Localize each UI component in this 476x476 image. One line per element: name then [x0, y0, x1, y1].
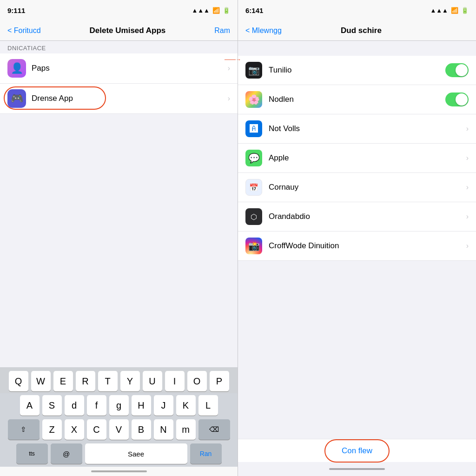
apple-label: Apple — [269, 153, 466, 163]
bottom-circle-annotation — [324, 439, 390, 463]
key-d[interactable]: d — [65, 395, 84, 416]
bottom-action-bar[interactable]: Con flew — [238, 439, 476, 462]
right-nav-bar: < Mlewngg Dud schire — [238, 20, 476, 41]
right-section-spacer — [238, 41, 476, 56]
apple-chevron: › — [466, 154, 469, 162]
key-p[interactable]: P — [210, 371, 229, 391]
croffwode-chevron: › — [466, 242, 469, 250]
croffwode-label: CroffWode Dinuition — [269, 241, 466, 251]
battery-icon: 🔋 — [223, 7, 230, 14]
key-v[interactable]: V — [109, 419, 129, 440]
right-home-bar — [329, 468, 385, 470]
orandabdio-chevron: › — [466, 212, 469, 221]
left-time: 9:111 — [7, 7, 25, 14]
key-j[interactable]: J — [154, 395, 173, 416]
key-space[interactable]: Saee — [85, 443, 187, 464]
left-nav-action[interactable]: Ram — [214, 26, 230, 35]
key-at[interactable]: @ — [51, 443, 82, 464]
cornauy-icon: 📅 — [245, 179, 262, 196]
cornauy-label: Cornauy — [269, 183, 466, 192]
right-wifi-icon: 📶 — [451, 7, 458, 14]
right-nav-title: Dud schire — [341, 26, 382, 35]
key-tts[interactable]: tts — [16, 443, 48, 464]
key-c[interactable]: C — [87, 419, 106, 440]
right-back-button[interactable]: < Mlewngg — [245, 26, 282, 35]
key-h[interactable]: H — [132, 395, 151, 416]
right-list-item-orandabdio[interactable]: ⬡ Orandabdio › — [238, 202, 476, 231]
key-r[interactable]: R — [76, 371, 95, 391]
chevron-icon: › — [228, 94, 230, 103]
left-status-bar: 9:111 ▲▲▲ 📶 🔋 — [0, 0, 238, 20]
keyboard-bottom-row: tts @ Saee Ran — [0, 442, 238, 467]
key-x[interactable]: X — [65, 419, 84, 440]
tunilio-label: Tunilio — [269, 66, 445, 75]
key-k[interactable]: K — [176, 395, 196, 416]
left-nav-title: Delete Umised Apps — [90, 26, 166, 35]
annotation-arrow: ——→ — [225, 56, 241, 63]
right-battery-icon: 🔋 — [461, 7, 469, 14]
nodlen-icon: 🌸 — [245, 91, 262, 108]
keyboard[interactable]: Q W E R T Y U I O P A S d f g H J K L ⇧ … — [0, 367, 238, 467]
left-section-header: Dnicatiace — [0, 41, 238, 53]
nodlen-label: Nodlen — [269, 95, 445, 104]
right-status-icons: ▲▲▲ 📶 🔋 — [430, 7, 469, 14]
key-t[interactable]: T — [98, 371, 118, 391]
nodlen-toggle[interactable] — [445, 93, 469, 106]
right-list-item-cornauy[interactable]: 📅 Cornauy › — [238, 173, 476, 202]
signal-icon: ▲▲▲ — [192, 7, 210, 14]
key-shift[interactable]: ⇧ — [8, 419, 40, 440]
right-time: 6:141 — [245, 7, 263, 14]
left-list: 👤 Paps ——→ › 🎮 Drense App › — [0, 53, 238, 114]
tunilio-icon: 📷 — [245, 62, 262, 79]
list-item-drense[interactable]: 🎮 Drense App › — [0, 84, 238, 114]
tunilio-toggle[interactable] — [445, 63, 469, 77]
right-list-item-croffwode[interactable]: 📸 CroffWode Dinuition › — [238, 231, 476, 261]
key-s[interactable]: S — [42, 395, 62, 416]
orandabdio-icon: ⬡ — [245, 208, 262, 225]
list-item[interactable]: 👤 Paps ——→ › — [0, 53, 238, 84]
key-w[interactable]: W — [31, 371, 51, 391]
keyboard-row-2: A S d f g H J K L — [0, 393, 238, 417]
right-list-item-notvolls[interactable]: 🅰 Not Volls › — [238, 114, 476, 144]
right-list-item-tunilio[interactable]: 📷 Tunilio — [238, 56, 476, 85]
key-delete[interactable]: ⌫ — [198, 419, 230, 440]
keyboard-row-1: Q W E R T Y U I O P — [0, 367, 238, 393]
left-back-button[interactable]: < Foritucd — [7, 26, 41, 35]
left-panel: 9:111 ▲▲▲ 📶 🔋 < Foritucd Delete Umised A… — [0, 0, 238, 476]
item-label-paps: Paps — [32, 64, 228, 73]
empty-space — [0, 114, 238, 367]
right-panel: 6:141 ▲▲▲ 📶 🔋 < Mlewngg Dud schire 📷 Tun… — [238, 0, 476, 476]
key-f[interactable]: f — [87, 395, 106, 416]
key-i[interactable]: I — [165, 371, 185, 391]
chevron-icon: › — [228, 64, 230, 73]
key-b[interactable]: B — [132, 419, 151, 440]
right-signal-icon: ▲▲▲ — [430, 7, 448, 14]
notvolls-label: Not Volls — [269, 124, 466, 133]
right-status-bar: 6:141 ▲▲▲ 📶 🔋 — [238, 0, 476, 20]
cornauy-chevron: › — [466, 183, 469, 192]
left-status-icons: ▲▲▲ 📶 🔋 — [192, 7, 230, 14]
key-q[interactable]: Q — [9, 371, 28, 391]
key-g[interactable]: g — [109, 395, 129, 416]
keyboard-row-3: ⇧ Z X C V B N m ⌫ — [0, 417, 238, 442]
key-m[interactable]: m — [176, 419, 196, 440]
key-a[interactable]: A — [20, 395, 40, 416]
key-n[interactable]: N — [154, 419, 173, 440]
right-list-item-nodlen[interactable]: 🌸 Nodlen — [238, 85, 476, 114]
apple-icon: 💬 — [245, 150, 262, 166]
key-y[interactable]: Y — [120, 371, 140, 391]
left-home-indicator — [0, 467, 238, 476]
right-empty-space — [238, 261, 476, 439]
item-label-drense: Drense App — [32, 94, 228, 103]
croffwode-icon: 📸 — [245, 238, 262, 254]
key-e[interactable]: E — [53, 371, 73, 391]
key-l[interactable]: L — [198, 395, 218, 416]
orandabdio-label: Orandabdio — [269, 212, 466, 221]
key-u[interactable]: U — [143, 371, 162, 391]
key-return[interactable]: Ran — [190, 443, 222, 464]
key-z[interactable]: Z — [42, 419, 62, 440]
home-bar — [91, 470, 147, 472]
key-o[interactable]: O — [187, 371, 207, 391]
right-home-indicator — [238, 462, 476, 476]
right-list-item-apple[interactable]: 💬 Apple › — [238, 144, 476, 173]
